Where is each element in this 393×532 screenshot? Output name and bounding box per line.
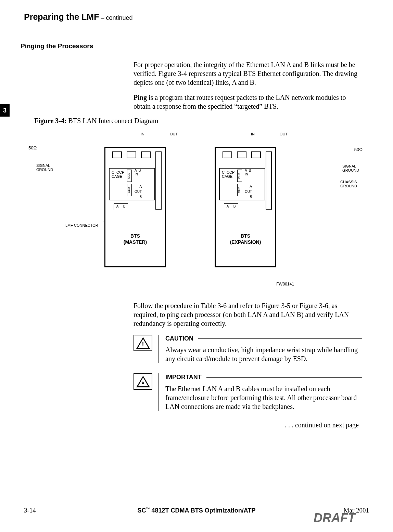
page-number: 3-14 [24,507,65,514]
page-title: Preparing the LMF [24,12,99,22]
important-callout: * IMPORTANT The Ethernet LAN A and B cab… [134,373,362,411]
chapter-tab: 3 [0,104,10,117]
diagram-label-in: IN [141,132,144,136]
diagram-label-chassis-ground: CHASSIS GROUND [340,180,357,188]
important-body: The Ethernet LAN A and B cables must be … [165,384,362,411]
diagram-label-out: OUT [280,132,288,136]
important-icon: * [134,373,152,390]
caution-callout: ! CAUTION Always wear a conductive, high… [134,335,362,363]
diagram-label-ohm: 50Ω [28,145,37,150]
bts-master-block: C–CCP CAGE GLI2 GLI2 A BIN AOUTB AB BTS … [104,147,166,267]
page-title-suffix: – continued [99,14,132,21]
caution-body: Always wear a conductive, high impedance… [165,345,362,363]
caution-title: CAUTION [165,335,193,343]
bts-expansion-block: C–CCP CAGE GLI2 GLI2 A BIN AOUTB AB BTS … [215,147,276,267]
caution-icon: ! [134,335,152,351]
subsection-heading: Pinging the Processors [21,42,369,50]
figure-diagram: IN OUT IN OUT 50Ω 50Ω SIGNAL GROUND SIGN… [24,129,366,290]
continued-note: . . . continued on next page [24,421,359,429]
figure-code: FW00141 [276,282,294,287]
footer-title: SC™ 4812T CDMA BTS Optimization/ATP [65,507,328,514]
diagram-label-lmf-connector: LMF CONNECTOR [65,223,98,227]
body-paragraph-1: For proper operation, the integrity of t… [134,60,362,87]
diagram-label-signal-ground: SIGNAL GROUND [342,164,359,172]
diagram-label-signal-ground: SIGNAL GROUND [36,163,53,172]
body-paragraph-2: Ping is a program that routes request pa… [134,93,362,111]
diagram-label-out: OUT [170,132,178,136]
body-paragraph-3: Follow the procedure in Table 3-6 and re… [134,301,362,328]
figure-caption: Figure 3-4: BTS LAN Interconnect Diagram [34,117,369,125]
diagram-label-in: IN [251,132,255,136]
diagram-label-ohm: 50Ω [354,147,363,152]
important-title: IMPORTANT [165,373,202,381]
page-footer: 3-14 SC™ 4812T CDMA BTS Optimization/ATP… [24,503,369,525]
